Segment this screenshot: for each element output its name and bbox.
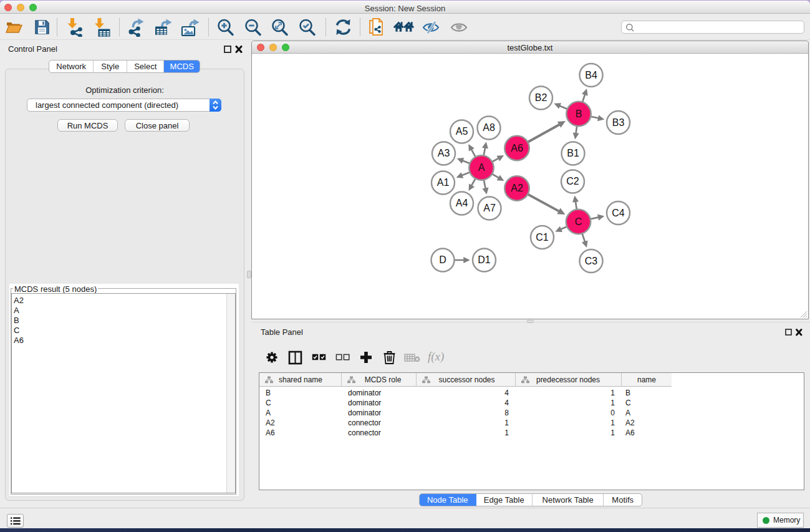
svg-text:A7: A7: [483, 203, 496, 213]
svg-text:D: D: [439, 254, 446, 265]
svg-text:B1: B1: [567, 148, 579, 158]
svg-text:C: C: [575, 216, 582, 227]
svg-text:A8: A8: [483, 122, 495, 133]
svg-text:C4: C4: [612, 208, 625, 218]
svg-text:A2: A2: [511, 183, 523, 193]
svg-text:B: B: [576, 109, 582, 119]
svg-text:B4: B4: [585, 70, 597, 80]
svg-text:A5: A5: [456, 126, 468, 137]
svg-text:C2: C2: [566, 176, 579, 186]
svg-text:A: A: [478, 162, 485, 173]
svg-text:A3: A3: [438, 148, 450, 158]
svg-text:C3: C3: [585, 256, 598, 266]
svg-text:B2: B2: [535, 92, 547, 103]
svg-text:D1: D1: [478, 254, 491, 265]
svg-text:A4: A4: [456, 198, 468, 208]
svg-text:A1: A1: [437, 177, 450, 188]
svg-text:C1: C1: [536, 232, 549, 243]
svg-text:A6: A6: [511, 143, 523, 153]
svg-text:B3: B3: [612, 117, 625, 128]
